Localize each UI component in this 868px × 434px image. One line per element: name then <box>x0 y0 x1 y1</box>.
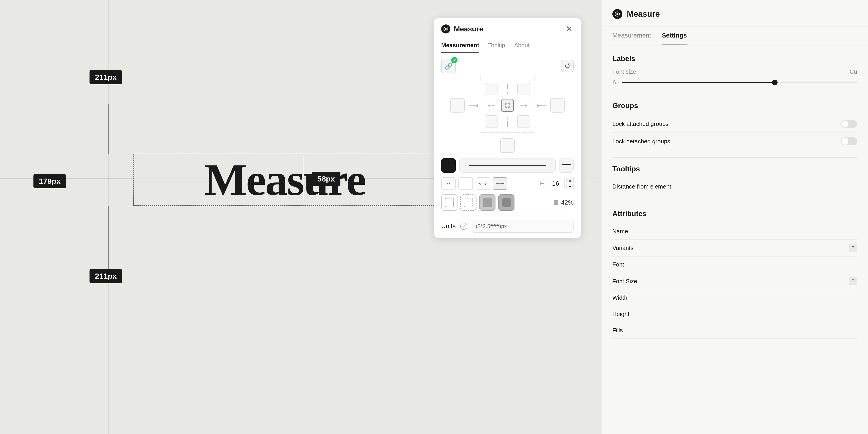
slider-row: A <box>612 79 857 86</box>
font-size-label: Font size <box>612 68 636 75</box>
settings-tabs: Measurement Settings <box>601 26 868 45</box>
arrow-stepper: ▲ ▼ <box>566 178 574 189</box>
attr-fills-item: Fills <box>612 322 857 339</box>
grid-left-anchor[interactable] <box>450 98 465 113</box>
link-status-indicator <box>451 57 458 63</box>
toggle-knob-attached <box>842 121 848 127</box>
grid-cell-center[interactable] <box>501 99 514 112</box>
arrow-value-box: ⊢ 16 ▲ ▼ <box>540 177 574 190</box>
measure-panel-icon <box>441 24 450 33</box>
units-label: Units <box>441 223 456 230</box>
refresh-button[interactable]: ↺ <box>561 60 574 72</box>
measurement-panel: Measure ✕ Measurement Tooltip About 🔗 ↺ <box>434 18 581 238</box>
stepper-down[interactable]: ▼ <box>566 184 574 189</box>
slider-thumb[interactable] <box>772 80 778 85</box>
variant-outline-sq[interactable] <box>441 194 458 211</box>
badge-right: 58px <box>312 172 340 186</box>
attr-name-label: Name <box>612 228 857 235</box>
style-subtract[interactable] <box>559 158 574 173</box>
distance-label: Distance from element <box>612 183 857 190</box>
close-button[interactable]: ✕ <box>565 24 574 33</box>
attr-width-item: Width <box>612 290 857 306</box>
units-formula-input[interactable] <box>472 220 574 232</box>
grid-cell-bl[interactable] <box>485 115 498 128</box>
settings-panel-title: Measure <box>627 9 660 19</box>
style-solid[interactable] <box>459 158 556 173</box>
measure-element: Measure <box>133 154 436 206</box>
lock-attached-label: Lock attached groups <box>612 121 841 127</box>
tab-settings-measurement[interactable]: Measurement <box>612 26 651 45</box>
toggle-knob-detached <box>842 138 848 145</box>
units-row: Units ? <box>441 215 574 232</box>
panel-title: Measure <box>454 25 483 33</box>
opacity-indicator <box>554 200 558 205</box>
arrow-none[interactable]: — <box>458 177 473 190</box>
variant-rounded-sq[interactable] <box>498 194 515 211</box>
lock-attached-item: Lock attached groups <box>612 115 857 133</box>
attr-variants-item: Variants ? <box>612 240 857 256</box>
arrow-value-input[interactable]: 16 <box>547 177 565 190</box>
labels-section-title: Labels <box>612 55 857 63</box>
grid-bottom-anchor[interactable] <box>500 138 515 153</box>
arrow-both-small[interactable]: ↔ <box>441 177 456 190</box>
font-size-current: Cu <box>850 68 857 75</box>
arrow-line-tick[interactable]: ⊢⊣ <box>493 177 507 190</box>
measure-text: Measure <box>204 157 366 202</box>
divider-1 <box>612 94 857 94</box>
dim-line-left <box>0 179 133 179</box>
panel-header-left: Measure <box>441 24 483 33</box>
groups-section-title: Groups <box>612 101 857 110</box>
attr-name-item: Name <box>612 223 857 240</box>
panel-body: 🔗 ↺ ◀ <box>434 53 581 238</box>
lock-detached-toggle[interactable] <box>841 137 857 145</box>
variant-filled-sq[interactable] <box>479 194 495 211</box>
arrow-both-large[interactable]: ⟺ <box>475 177 490 190</box>
dim-line-top <box>108 104 108 154</box>
attr-font-item: Font <box>612 256 857 273</box>
grid-bottom-anchors <box>441 138 574 153</box>
tab-settings-settings[interactable]: Settings <box>662 26 687 45</box>
dim-line-right-bracket <box>303 156 303 201</box>
slider-letter-a: A <box>612 79 618 86</box>
settings-panel-icon <box>612 9 622 19</box>
font-size-row: Font size Cu A <box>612 68 857 86</box>
variant-dashed-sq[interactable] <box>460 194 476 211</box>
color-picker[interactable] <box>441 158 456 173</box>
stepper-up[interactable]: ▲ <box>566 178 574 183</box>
panel-tabs: Measurement Tooltip About <box>434 38 581 53</box>
attr-height-label: Height <box>612 311 857 318</box>
arrow-row: ↔ — ⟺ ⊢⊣ ⊢ 16 ▲ ▼ <box>441 177 574 190</box>
grid-cell-br[interactable] <box>518 115 530 128</box>
slider-track[interactable] <box>622 82 857 83</box>
attr-fills-label: Fills <box>612 327 857 334</box>
opacity-value: 42% <box>561 199 574 206</box>
tab-tooltip[interactable]: Tooltip <box>488 42 505 53</box>
dim-line-bottom <box>108 206 108 274</box>
lock-detached-label: Lock detached groups <box>612 138 841 145</box>
badge-top: 211px <box>90 70 122 84</box>
fontsize-badge: ? <box>849 277 857 285</box>
badge-bottom: 211px <box>90 269 122 283</box>
attr-font-label: Font <box>612 261 857 268</box>
attr-height-item: Height <box>612 306 857 322</box>
tab-measurement[interactable]: Measurement <box>441 42 479 53</box>
grid-left-arrows: ◀ <box>469 103 478 108</box>
divider-2 <box>612 157 857 158</box>
attr-fontsize-item: Font Size ? <box>612 273 857 290</box>
variants-badge: ? <box>849 244 857 252</box>
lock-attached-toggle[interactable] <box>841 120 857 128</box>
tab-about[interactable]: About <box>514 42 530 53</box>
settings-body: Labels Font size Cu A Groups Lock attach… <box>601 45 868 348</box>
lock-detached-item: Lock detached groups <box>612 133 857 150</box>
panel-header: Measure ✕ <box>434 18 581 38</box>
grid-cell-tr[interactable] <box>518 83 530 95</box>
grid-cell-tl[interactable] <box>485 83 498 95</box>
slider-fill <box>622 82 775 83</box>
grid-right-anchor[interactable] <box>550 98 565 113</box>
settings-panel-header: Measure <box>601 0 868 26</box>
svg-point-1 <box>445 28 447 30</box>
tooltips-section-title: Tooltips <box>612 165 857 173</box>
attr-width-label: Width <box>612 294 857 301</box>
position-grid-container: ◀ ▲ <box>441 78 574 133</box>
units-help-icon[interactable]: ? <box>460 223 467 230</box>
